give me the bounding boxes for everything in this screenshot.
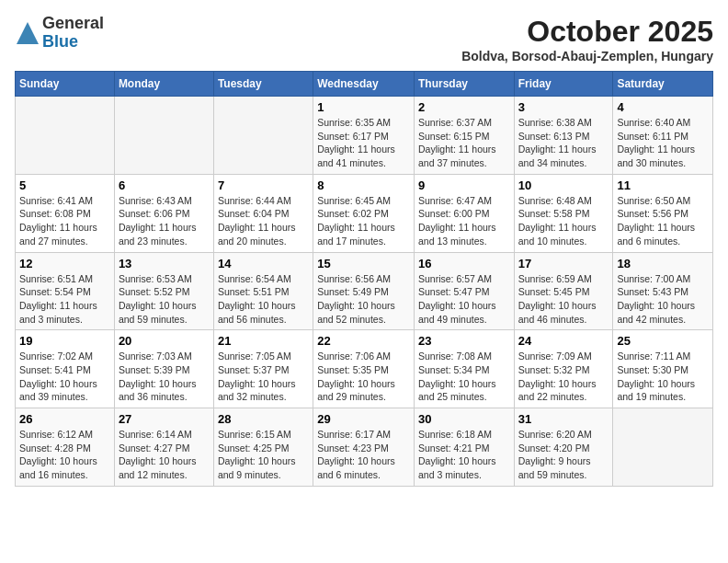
calendar-cell: 12Sunrise: 6:51 AM Sunset: 5:54 PM Dayli…	[16, 252, 115, 330]
day-info: Sunrise: 6:57 AM Sunset: 5:47 PM Dayligh…	[418, 272, 510, 327]
header-wednesday: Wednesday	[313, 72, 415, 97]
calendar-cell: 23Sunrise: 7:08 AM Sunset: 5:34 PM Dayli…	[414, 330, 514, 408]
calendar-cell: 31Sunrise: 6:20 AM Sunset: 4:20 PM Dayli…	[514, 408, 613, 487]
day-number: 4	[617, 100, 709, 114]
header-thursday: Thursday	[414, 72, 514, 97]
svg-marker-0	[17, 22, 39, 44]
day-info: Sunrise: 6:35 AM Sunset: 6:17 PM Dayligh…	[317, 116, 410, 170]
calendar-cell: 7Sunrise: 6:44 AM Sunset: 6:04 PM Daylig…	[213, 174, 313, 252]
week-row-1: 5Sunrise: 6:41 AM Sunset: 6:08 PM Daylig…	[16, 174, 713, 252]
calendar-cell: 16Sunrise: 6:57 AM Sunset: 5:47 PM Dayli…	[414, 252, 514, 330]
calendar-cell: 26Sunrise: 6:12 AM Sunset: 4:28 PM Dayli…	[16, 408, 115, 487]
month-title: October 2025	[461, 15, 713, 49]
day-info: Sunrise: 6:15 AM Sunset: 4:25 PM Dayligh…	[218, 428, 309, 482]
day-number: 23	[418, 334, 510, 348]
calendar-cell	[613, 408, 713, 487]
week-row-2: 12Sunrise: 6:51 AM Sunset: 5:54 PM Dayli…	[16, 252, 713, 330]
day-info: Sunrise: 6:48 AM Sunset: 5:58 PM Dayligh…	[518, 194, 609, 248]
day-number: 16	[418, 257, 510, 270]
day-info: Sunrise: 6:40 AM Sunset: 6:11 PM Dayligh…	[617, 116, 709, 170]
calendar-cell: 30Sunrise: 6:18 AM Sunset: 4:21 PM Dayli…	[414, 408, 514, 487]
calendar-cell: 8Sunrise: 6:45 AM Sunset: 6:02 PM Daylig…	[313, 174, 415, 252]
calendar-cell: 24Sunrise: 7:09 AM Sunset: 5:32 PM Dayli…	[514, 330, 613, 408]
day-number: 17	[518, 257, 609, 270]
day-info: Sunrise: 6:14 AM Sunset: 4:27 PM Dayligh…	[119, 428, 210, 482]
day-number: 18	[617, 257, 709, 270]
calendar-cell: 20Sunrise: 7:03 AM Sunset: 5:39 PM Dayli…	[114, 330, 213, 408]
calendar-cell	[213, 97, 313, 175]
day-info: Sunrise: 6:45 AM Sunset: 6:02 PM Dayligh…	[317, 194, 410, 248]
day-number: 22	[317, 334, 410, 348]
day-info: Sunrise: 6:50 AM Sunset: 5:56 PM Dayligh…	[617, 194, 709, 248]
day-info: Sunrise: 6:17 AM Sunset: 4:23 PM Dayligh…	[317, 428, 410, 482]
week-row-0: 1Sunrise: 6:35 AM Sunset: 6:17 PM Daylig…	[16, 97, 713, 175]
day-number: 1	[317, 100, 410, 114]
day-info: Sunrise: 7:02 AM Sunset: 5:41 PM Dayligh…	[19, 350, 110, 404]
header-friday: Friday	[514, 72, 613, 97]
location: Boldva, Borsod-Abauj-Zemplen, Hungary	[461, 49, 713, 63]
calendar-cell: 22Sunrise: 7:06 AM Sunset: 5:35 PM Dayli…	[313, 330, 415, 408]
day-number: 27	[119, 412, 210, 426]
day-number: 28	[218, 412, 309, 426]
calendar-cell: 5Sunrise: 6:41 AM Sunset: 6:08 PM Daylig…	[16, 174, 115, 252]
calendar-cell: 21Sunrise: 7:05 AM Sunset: 5:37 PM Dayli…	[213, 330, 313, 408]
day-number: 6	[119, 178, 210, 192]
calendar-cell: 17Sunrise: 6:59 AM Sunset: 5:45 PM Dayli…	[514, 252, 613, 330]
page-header: General Blue October 2025 Boldva, Borsod…	[15, 15, 713, 63]
day-info: Sunrise: 6:53 AM Sunset: 5:52 PM Dayligh…	[119, 272, 210, 327]
day-info: Sunrise: 6:20 AM Sunset: 4:20 PM Dayligh…	[518, 428, 609, 482]
calendar-cell	[16, 97, 115, 175]
logo: General Blue	[15, 15, 104, 52]
calendar-cell: 25Sunrise: 7:11 AM Sunset: 5:30 PM Dayli…	[613, 330, 713, 408]
day-info: Sunrise: 6:59 AM Sunset: 5:45 PM Dayligh…	[518, 272, 609, 327]
day-number: 24	[518, 334, 609, 348]
header-sunday: Sunday	[16, 72, 115, 97]
day-info: Sunrise: 7:08 AM Sunset: 5:34 PM Dayligh…	[418, 350, 510, 404]
logo-general: General	[42, 15, 104, 33]
logo-blue: Blue	[42, 33, 104, 52]
day-number: 11	[617, 178, 709, 192]
day-number: 8	[317, 178, 410, 192]
calendar-cell: 14Sunrise: 6:54 AM Sunset: 5:51 PM Dayli…	[213, 252, 313, 330]
day-number: 21	[218, 334, 309, 348]
day-info: Sunrise: 7:11 AM Sunset: 5:30 PM Dayligh…	[617, 350, 709, 404]
calendar-header-row: SundayMondayTuesdayWednesdayThursdayFrid…	[16, 72, 713, 97]
day-info: Sunrise: 6:51 AM Sunset: 5:54 PM Dayligh…	[19, 272, 110, 327]
calendar-cell: 1Sunrise: 6:35 AM Sunset: 6:17 PM Daylig…	[313, 97, 415, 175]
day-number: 12	[19, 257, 110, 270]
day-number: 14	[218, 257, 309, 270]
calendar-cell: 10Sunrise: 6:48 AM Sunset: 5:58 PM Dayli…	[514, 174, 613, 252]
header-saturday: Saturday	[613, 72, 713, 97]
day-number: 30	[418, 412, 510, 426]
day-number: 25	[617, 334, 709, 348]
day-info: Sunrise: 6:12 AM Sunset: 4:28 PM Dayligh…	[19, 428, 110, 482]
week-row-3: 19Sunrise: 7:02 AM Sunset: 5:41 PM Dayli…	[16, 330, 713, 408]
calendar-table: SundayMondayTuesdayWednesdayThursdayFrid…	[15, 71, 713, 487]
day-info: Sunrise: 7:00 AM Sunset: 5:43 PM Dayligh…	[617, 272, 709, 327]
calendar-cell: 3Sunrise: 6:38 AM Sunset: 6:13 PM Daylig…	[514, 97, 613, 175]
day-number: 29	[317, 412, 410, 426]
day-info: Sunrise: 6:37 AM Sunset: 6:15 PM Dayligh…	[418, 116, 510, 170]
calendar-cell: 11Sunrise: 6:50 AM Sunset: 5:56 PM Dayli…	[613, 174, 713, 252]
day-info: Sunrise: 6:43 AM Sunset: 6:06 PM Dayligh…	[119, 194, 210, 248]
day-number: 2	[418, 100, 510, 114]
day-number: 10	[518, 178, 609, 192]
day-info: Sunrise: 6:56 AM Sunset: 5:49 PM Dayligh…	[317, 272, 410, 327]
calendar-cell: 27Sunrise: 6:14 AM Sunset: 4:27 PM Dayli…	[114, 408, 213, 487]
calendar-cell: 18Sunrise: 7:00 AM Sunset: 5:43 PM Dayli…	[613, 252, 713, 330]
day-number: 13	[119, 257, 210, 270]
day-number: 26	[19, 412, 110, 426]
day-info: Sunrise: 7:06 AM Sunset: 5:35 PM Dayligh…	[317, 350, 410, 404]
day-number: 20	[119, 334, 210, 348]
day-info: Sunrise: 6:47 AM Sunset: 6:00 PM Dayligh…	[418, 194, 510, 248]
header-monday: Monday	[114, 72, 213, 97]
header-tuesday: Tuesday	[213, 72, 313, 97]
day-number: 9	[418, 178, 510, 192]
calendar-cell: 9Sunrise: 6:47 AM Sunset: 6:00 PM Daylig…	[414, 174, 514, 252]
day-info: Sunrise: 6:41 AM Sunset: 6:08 PM Dayligh…	[19, 194, 110, 248]
calendar-cell: 6Sunrise: 6:43 AM Sunset: 6:06 PM Daylig…	[114, 174, 213, 252]
logo-text: General Blue	[42, 15, 104, 52]
calendar-cell: 15Sunrise: 6:56 AM Sunset: 5:49 PM Dayli…	[313, 252, 415, 330]
day-info: Sunrise: 7:09 AM Sunset: 5:32 PM Dayligh…	[518, 350, 609, 404]
calendar-cell	[114, 97, 213, 175]
